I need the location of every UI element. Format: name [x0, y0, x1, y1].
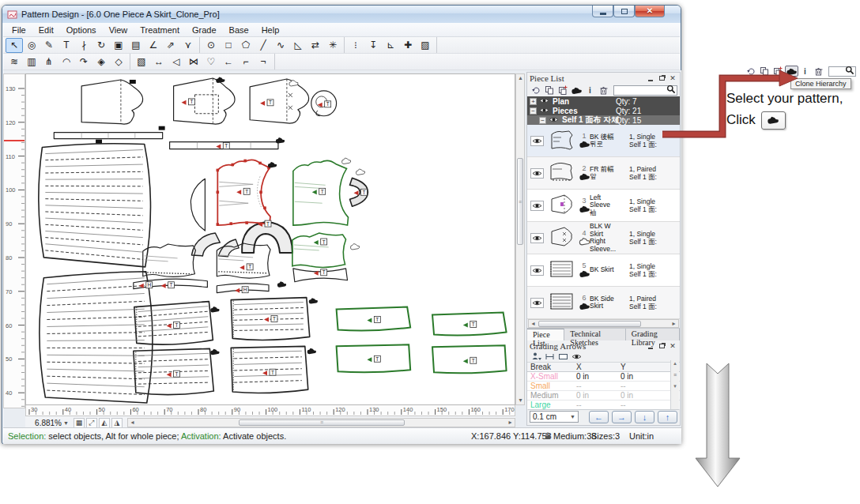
copy-icon[interactable]: [543, 85, 556, 96]
seam-tool[interactable]: ▧: [133, 55, 150, 70]
zoom-level[interactable]: 6.881%: [25, 419, 62, 427]
compare-tool[interactable]: ⋎: [179, 38, 197, 53]
panel-minimize-icon[interactable]: [646, 74, 655, 83]
rect-tool-icon[interactable]: [556, 352, 570, 363]
menu-help[interactable]: Help: [255, 24, 286, 36]
menu-file[interactable]: File: [6, 24, 32, 36]
y-value[interactable]: --: [620, 382, 660, 390]
hatch-tool[interactable]: ▥: [23, 55, 40, 70]
visibility-toggle[interactable]: [530, 168, 544, 179]
unit-select[interactable]: 0.1 cm ▼: [530, 411, 579, 423]
info-icon[interactable]: i: [583, 85, 597, 96]
visibility-toggle[interactable]: [530, 136, 544, 146]
info-icon[interactable]: i: [798, 66, 812, 77]
piece-search-input[interactable]: [613, 85, 677, 96]
canvas-v-scrollbar[interactable]: ▴ ≡ ▾: [515, 73, 525, 405]
rotate-tool[interactable]: ↻: [92, 38, 110, 53]
piece-list-item[interactable]: 1BK 後幅뒤로1, SingleSelf 1 面:: [527, 125, 680, 157]
perpendicular-tool[interactable]: ⊾: [382, 38, 399, 53]
taper-tool[interactable]: ◁: [168, 55, 185, 70]
refresh-icon[interactable]: [530, 85, 543, 96]
grade-down-button[interactable]: ↓: [635, 411, 654, 423]
panel-close-icon[interactable]: ✕: [668, 342, 677, 351]
piece-list-caption[interactable]: Piece List ✕: [527, 73, 680, 84]
refresh-icon[interactable]: [745, 66, 758, 77]
ease-tool[interactable]: ♡: [202, 55, 220, 70]
x-value[interactable]: --: [576, 382, 620, 390]
pattern-canvas[interactable]: TTTTTTTTHTTHTTTTTTTTTT: [25, 73, 515, 405]
delete-icon[interactable]: [597, 85, 610, 96]
visibility-toggle[interactable]: [530, 298, 544, 308]
curve-tool[interactable]: ∿: [272, 38, 289, 53]
piece-list-item[interactable]: 5BK Skirt1, SingleSelf 1 面:: [527, 254, 680, 287]
menu-grade[interactable]: Grade: [186, 24, 223, 36]
polygon-tool[interactable]: ⬠: [237, 38, 255, 53]
eye-icon[interactable]: [549, 116, 559, 125]
visibility-toggle[interactable]: [530, 265, 544, 276]
walk-tool[interactable]: ←: [220, 55, 237, 70]
panel-float-icon[interactable]: [657, 342, 666, 351]
piece-list-item[interactable]: 3LeftSleeve袖1, SingleSelf 1 面:: [527, 190, 680, 222]
piece-list-item[interactable]: 2FR 前幅앞1, PairedSelf 1 面:: [527, 157, 680, 190]
grade-right-button[interactable]: →: [612, 411, 632, 423]
copy-plus-icon[interactable]: [771, 66, 785, 77]
grid-tool[interactable]: ▨: [417, 38, 434, 53]
point-tool[interactable]: ⊙: [202, 38, 220, 53]
menu-treatment[interactable]: Treatment: [134, 24, 186, 36]
person-icon[interactable]: [530, 352, 543, 363]
shape-tool[interactable]: ◇: [110, 55, 127, 70]
menu-view[interactable]: View: [103, 24, 134, 36]
scroll-right-icon[interactable]: ▸: [670, 320, 678, 328]
facing-tool[interactable]: ◈: [92, 55, 110, 70]
add-point-tool[interactable]: ✚: [399, 38, 417, 53]
delete-icon[interactable]: [812, 66, 825, 77]
show-pieces-icon[interactable]: ◭: [99, 418, 110, 428]
scroll-down-icon[interactable]: ▾: [516, 397, 525, 404]
circle-pattern-tool[interactable]: ✳: [324, 38, 341, 53]
line-tool[interactable]: ╱: [255, 38, 272, 53]
scroll-left-icon[interactable]: ◂: [128, 419, 137, 427]
panel-close-icon[interactable]: ✕: [668, 74, 677, 83]
menu-base[interactable]: Base: [223, 24, 255, 36]
dart-tool[interactable]: ◠: [58, 55, 75, 70]
canvas-h-scrollbar[interactable]: ◂ ≡ ▸: [127, 418, 515, 427]
tree-expander-icon[interactable]: −: [530, 107, 537, 115]
eye-icon[interactable]: [539, 107, 549, 115]
copy-plus-icon[interactable]: [556, 85, 570, 96]
tab-piece-list[interactable]: Piece List: [527, 329, 564, 340]
piece-list-h-scrollbar[interactable]: ◂ ▸: [528, 319, 679, 328]
measure-tool[interactable]: ✎: [40, 38, 58, 53]
clone-hierarchy-icon[interactable]: [570, 85, 583, 96]
tab-technical-sketches[interactable]: Technical Sketches: [564, 329, 626, 340]
rectangle-tool[interactable]: □: [220, 38, 237, 53]
panel-minimize-icon[interactable]: [646, 342, 655, 351]
move-x-tool[interactable]: ▣: [110, 38, 127, 53]
tab-grading-library[interactable]: Grading Library: [626, 329, 680, 340]
scroll-left-icon[interactable]: ◂: [529, 320, 538, 328]
width-tool[interactable]: ↔: [150, 55, 168, 70]
grade-up-button[interactable]: ↑: [658, 411, 677, 423]
notch-tool[interactable]: ⋔: [40, 55, 58, 70]
move-y-tool[interactable]: ▤: [127, 38, 145, 53]
copy-icon[interactable]: [758, 66, 771, 77]
y-value[interactable]: 0 in: [620, 391, 660, 400]
corner-tool[interactable]: ◺: [289, 38, 307, 53]
flip-tool[interactable]: ↷: [75, 55, 92, 70]
fan-tool[interactable]: ⋈: [185, 55, 202, 70]
tree-item[interactable]: +PlanQty: 7: [527, 96, 680, 106]
fit-view-icon[interactable]: ⤢: [86, 418, 97, 428]
select-tool[interactable]: ↖: [6, 38, 23, 53]
grid-toggle-icon[interactable]: ▦: [74, 418, 85, 428]
visibility-toggle[interactable]: [530, 233, 544, 243]
grade-move-tool[interactable]: ⇗: [162, 38, 179, 53]
visibility-toggle[interactable]: [530, 201, 544, 211]
tree-item[interactable]: −Self 1 面布 자체Qty: 15: [527, 115, 680, 125]
title-bar[interactable]: Pattern Design - [6.0 One Piece A Skirt_…: [2, 6, 681, 23]
zoom-dropdown-icon[interactable]: ▼: [63, 420, 69, 426]
clone-hierarchy-icon[interactable]: [785, 66, 798, 77]
eye-icon[interactable]: [570, 352, 583, 363]
grading-row[interactable]: Small----: [527, 382, 680, 391]
menu-options[interactable]: Options: [60, 24, 103, 36]
align-tool[interactable]: ⁝: [347, 38, 364, 53]
scroll-up-icon[interactable]: ▴: [516, 74, 525, 82]
